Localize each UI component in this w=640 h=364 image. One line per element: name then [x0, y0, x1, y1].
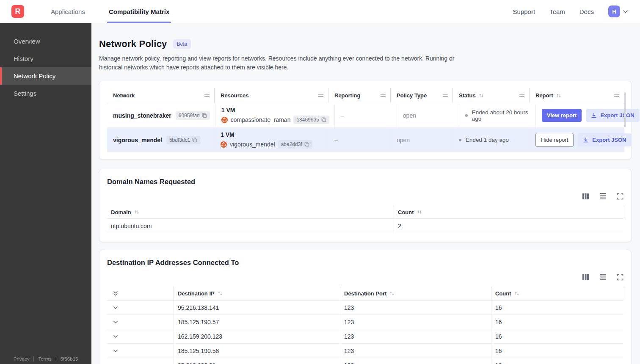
export-json-button[interactable]: Export JSON — [578, 133, 631, 146]
fullscreen-icon[interactable] — [617, 274, 623, 281]
cell-reporting: – — [334, 103, 397, 127]
export-label: Export JSON — [600, 112, 634, 119]
column-resize-icon[interactable] — [318, 94, 324, 98]
copy-icon[interactable] — [304, 142, 309, 147]
sidebar-item-history[interactable]: History — [0, 50, 91, 67]
avatar[interactable]: H — [608, 6, 620, 17]
link-team[interactable]: Team — [549, 8, 565, 15]
cell-count: 16 — [491, 329, 624, 343]
vm-id: aba2dd3f — [281, 141, 302, 147]
sort-icon[interactable] — [218, 291, 223, 296]
col-header-report[interactable]: Report — [529, 88, 624, 103]
columns-icon[interactable] — [582, 274, 589, 281]
col-header-destination-ip[interactable]: Destination IP — [174, 287, 340, 300]
sidebar-item-settings[interactable]: Settings — [0, 85, 91, 102]
dest-ip-row[interactable]: 185.125.190.58 123 16 — [107, 344, 623, 358]
sort-icon[interactable] — [556, 93, 561, 98]
column-resize-icon[interactable] — [204, 94, 210, 98]
copy-icon[interactable] — [192, 138, 197, 143]
col-header-network[interactable]: Network — [107, 88, 214, 103]
cell-domain: ntp.ubuntu.com — [107, 219, 394, 233]
sort-icon[interactable] — [417, 210, 422, 215]
cell-count: 16 — [491, 301, 624, 314]
table-scrollbar[interactable] — [624, 92, 626, 127]
fullscreen-icon[interactable] — [617, 193, 623, 200]
sort-icon[interactable] — [389, 291, 394, 296]
dest-ip-row[interactable]: 95.216.138.141 123 16 — [107, 301, 623, 315]
col-label: Resources — [221, 92, 248, 99]
row-expander[interactable] — [107, 301, 174, 314]
sidebar-item-overview[interactable]: Overview — [0, 33, 91, 50]
col-header-count[interactable]: Count — [394, 206, 624, 218]
row-expander[interactable] — [107, 358, 174, 364]
cell-destination-port: 123 — [340, 315, 491, 329]
col-label: Report — [535, 92, 553, 99]
column-resize-icon[interactable] — [442, 94, 448, 98]
vm-count: 1 VM — [221, 107, 329, 113]
link-support[interactable]: Support — [513, 8, 535, 15]
view-report-button[interactable]: View report — [542, 109, 582, 122]
dest-ip-row[interactable]: 95.216.100.21 123 16 — [107, 358, 623, 364]
col-header-destination-port[interactable]: Destination Port — [340, 287, 491, 300]
col-header-domain[interactable]: Domain — [107, 206, 394, 218]
row-expander[interactable] — [107, 315, 174, 329]
domain-row[interactable]: ntp.ubuntu.com 2 — [107, 219, 623, 233]
cell-network: musing_stonebraker 60959fad — [107, 103, 215, 127]
top-navbar: R Applications Compatibility Matrix Supp… — [0, 0, 640, 23]
row-expander[interactable] — [107, 344, 174, 358]
hide-report-button[interactable]: Hide report — [535, 133, 574, 147]
dest-ip-row[interactable]: 185.125.190.57 123 16 — [107, 315, 623, 329]
sort-icon[interactable] — [134, 210, 139, 215]
cell-destination-ip: 162.159.200.123 — [174, 329, 340, 343]
cell-policy-type: open — [390, 128, 452, 152]
vm-id-badge: aba2dd3f — [278, 140, 312, 149]
cell-destination-ip: 95.216.138.141 — [174, 301, 340, 314]
dest-ip-row[interactable]: 162.159.200.123 123 16 — [107, 329, 623, 344]
rows-density-icon[interactable] — [599, 193, 607, 200]
sort-icon[interactable] — [479, 93, 484, 98]
col-header-reporting[interactable]: Reporting — [328, 88, 390, 103]
network-row[interactable]: musing_stonebraker 60959fad 1 VM compass… — [107, 103, 624, 128]
col-label: Status — [459, 92, 476, 99]
cell-destination-port: 123 — [340, 344, 491, 358]
privacy-link[interactable]: Privacy — [14, 356, 30, 361]
navbar-right: Support Team Docs H — [513, 6, 628, 17]
double-chevron-down-icon[interactable] — [113, 291, 118, 296]
col-label: Destination IP — [178, 290, 215, 297]
export-json-button[interactable]: Export JSON — [586, 109, 639, 122]
download-icon — [591, 113, 597, 118]
col-header-status[interactable]: Status — [452, 88, 529, 103]
primary-nav: Applications Compatibility Matrix — [39, 0, 181, 23]
expand-all-header[interactable] — [107, 287, 174, 300]
domain-table-header: Domain Count — [107, 206, 623, 219]
col-header-policy-type[interactable]: Policy Type — [390, 88, 452, 103]
columns-icon[interactable] — [582, 193, 589, 200]
column-resize-icon[interactable] — [380, 94, 386, 98]
terms-link[interactable]: Terms — [38, 356, 51, 361]
link-docs[interactable]: Docs — [579, 8, 594, 15]
vm-name: compassionate_raman — [231, 116, 291, 123]
cell-resources: 1 VM compassionate_raman 184696a5 — [215, 103, 334, 127]
rows-density-icon[interactable] — [599, 273, 607, 281]
networks-card: Network Resources Reporting Policy Type — [99, 81, 632, 160]
copy-icon[interactable] — [321, 117, 326, 122]
vm-count: 1 VM — [221, 131, 312, 138]
col-header-count[interactable]: Count — [491, 287, 624, 300]
tab-compatibility-matrix[interactable]: Compatibility Matrix — [97, 0, 181, 23]
network-row-selected[interactable]: vigorous_mendel 5bdf3dc1 1 VM vigorous_m… — [107, 128, 624, 152]
cell-status: Ended 1 day ago — [452, 128, 529, 152]
app-logo[interactable]: R — [11, 5, 24, 18]
sort-icon[interactable] — [514, 291, 519, 296]
network-name: vigorous_mendel — [113, 137, 162, 143]
column-resize-icon[interactable] — [614, 94, 620, 98]
network-name: musing_stonebraker — [113, 112, 171, 119]
column-resize-icon[interactable] — [519, 94, 525, 98]
col-header-resources[interactable]: Resources — [214, 88, 328, 103]
page-header: Network Policy Beta — [99, 39, 632, 50]
row-expander[interactable] — [107, 329, 174, 343]
user-menu[interactable]: H — [608, 6, 628, 17]
tab-applications[interactable]: Applications — [39, 0, 97, 23]
cell-count: 16 — [491, 315, 624, 329]
copy-icon[interactable] — [202, 113, 207, 118]
sidebar-item-network-policy[interactable]: Network Policy — [0, 67, 91, 85]
